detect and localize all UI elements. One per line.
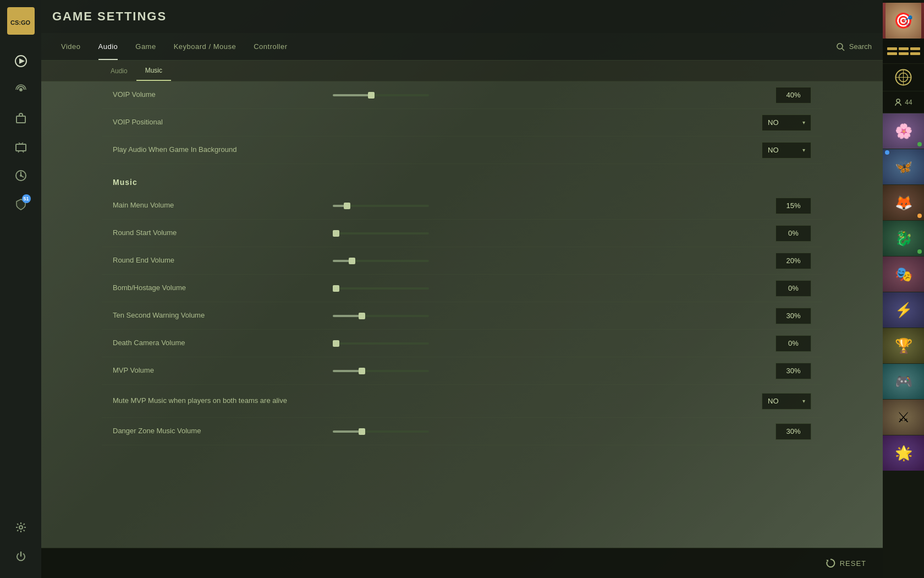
csgo-logo: CS:GO (7, 7, 35, 35)
danger-zone-music-volume-thumb[interactable] (359, 428, 365, 435)
mvp-volume-fill (333, 370, 362, 372)
main-menu-volume-slider-container[interactable] (322, 205, 770, 207)
voip-volume-label: VOIP Volume (113, 90, 322, 100)
friend-avatar-2[interactable]: 🦋 (883, 149, 924, 184)
sub-tab-music[interactable]: Music (136, 61, 171, 81)
play-audio-background-dropdown[interactable]: NO ▾ (762, 142, 811, 159)
play-audio-background-row: Play Audio When Game In Background NO ▾ (102, 137, 822, 164)
round-end-volume-row: Round End Volume 20% (102, 247, 822, 275)
tv-icon[interactable] (10, 136, 32, 158)
friend-avatar-4[interactable]: 🐉 (883, 220, 924, 256)
bottom-bar: RESET (41, 548, 883, 578)
voip-volume-track (333, 94, 429, 96)
round-start-volume-thumb[interactable] (333, 230, 339, 237)
main-area: GAME SETTINGS Video Audio Game Keyboard … (41, 0, 883, 578)
voip-volume-row: VOIP Volume 40% (102, 81, 822, 109)
tab-game[interactable]: Game (127, 33, 164, 60)
friend-count-label: 44 (905, 99, 912, 106)
music-section-header: Music (102, 164, 822, 192)
main-menu-volume-value: 15% (776, 198, 811, 214)
round-start-volume-value: 0% (776, 225, 811, 242)
tab-keyboard-mouse[interactable]: Keyboard / Mouse (165, 33, 245, 60)
friend-avatar-9[interactable]: ⚔ (883, 399, 924, 435)
main-menu-volume-label: Main Menu Volume (113, 201, 322, 210)
main-menu-volume-thumb[interactable] (344, 203, 350, 209)
voip-volume-thumb[interactable] (368, 92, 375, 99)
friend-avatar-5[interactable]: 🎭 (883, 256, 924, 292)
svg-rect-6 (16, 144, 26, 151)
friend-avatar-7[interactable]: 🏆 (883, 328, 924, 363)
search-tab[interactable]: Search (836, 42, 872, 51)
svg-line-15 (842, 48, 844, 51)
mvp-volume-track (333, 370, 429, 372)
header: GAME SETTINGS (41, 0, 883, 33)
voip-volume-slider-container[interactable] (322, 94, 770, 96)
svg-point-12 (20, 175, 22, 177)
inventory-icon[interactable] (10, 107, 32, 129)
friend-avatar-6[interactable]: ⚡ (883, 292, 924, 328)
mute-mvp-music-dropdown[interactable]: NO ▾ (762, 393, 811, 410)
round-end-volume-thumb[interactable] (349, 258, 355, 264)
death-camera-volume-value: 0% (776, 335, 811, 352)
death-camera-volume-thumb[interactable] (333, 340, 339, 347)
main-menu-volume-track (333, 205, 429, 207)
tab-bar: Video Audio Game Keyboard / Mouse Contro… (41, 33, 883, 61)
tab-audio[interactable]: Audio (90, 33, 127, 60)
round-start-volume-row: Round Start Volume 0% (102, 220, 822, 247)
search-icon (836, 42, 845, 51)
mute-mvp-music-value: NO (768, 397, 779, 405)
svg-point-13 (19, 526, 23, 529)
mvp-volume-label: MVP Volume (113, 366, 322, 375)
reset-button[interactable]: RESET (826, 558, 866, 568)
tab-video[interactable]: Video (52, 33, 90, 60)
power-icon[interactable] (10, 545, 32, 567)
svg-rect-5 (16, 116, 25, 123)
danger-zone-music-volume-row: Danger Zone Music Volume 30% (102, 418, 822, 445)
left-sidebar: CS:GO (0, 0, 41, 578)
voip-volume-fill (333, 94, 371, 96)
round-end-volume-slider-container[interactable] (322, 260, 770, 262)
shield-button[interactable]: 51 (10, 193, 32, 215)
voip-positional-dropdown[interactable]: NO ▾ (762, 114, 811, 131)
shield-badge: 51 (22, 194, 31, 203)
round-start-volume-label: Round Start Volume (113, 228, 322, 238)
settings-content: VOIP Volume 40% VOIP Positional NO ▾ Pla… (41, 81, 883, 548)
ten-second-warning-volume-thumb[interactable] (359, 313, 365, 319)
play-button[interactable] (10, 50, 32, 72)
svg-point-4 (19, 88, 23, 91)
bomb-hostage-volume-thumb[interactable] (333, 285, 339, 292)
mvp-volume-thumb[interactable] (359, 368, 365, 374)
danger-zone-music-volume-slider-container[interactable] (322, 430, 770, 433)
bomb-hostage-volume-slider-container[interactable] (322, 287, 770, 290)
right-sidebar: 🎯 44 (883, 0, 924, 578)
reset-icon (826, 558, 835, 568)
reset-label: RESET (840, 559, 866, 568)
ten-second-warning-volume-slider-container[interactable] (322, 315, 770, 317)
friend-avatar-8[interactable]: 🎮 (883, 363, 924, 399)
stats-icon[interactable] (10, 165, 32, 187)
ten-second-warning-volume-row: Ten Second Warning Volume 30% (102, 302, 822, 330)
round-end-volume-track (333, 260, 429, 262)
broadcast-icon[interactable] (10, 79, 32, 101)
friend-avatar-3[interactable]: 🦊 (883, 184, 924, 220)
round-start-volume-slider-container[interactable] (322, 232, 770, 235)
tab-controller[interactable]: Controller (245, 33, 296, 60)
friend-avatar-1[interactable]: 🌸 (883, 113, 924, 149)
death-camera-volume-slider-container[interactable] (322, 342, 770, 345)
settings-icon[interactable] (10, 516, 32, 538)
play-audio-background-label: Play Audio When Game In Background (113, 145, 322, 155)
danger-zone-music-volume-value: 30% (776, 423, 811, 440)
bomb-hostage-volume-row: Bomb/Hostage Volume 0% (102, 275, 822, 302)
svg-marker-3 (19, 58, 25, 64)
mvp-volume-row: MVP Volume 30% (102, 357, 822, 385)
player-avatar[interactable]: 🎯 (883, 3, 924, 39)
sub-tab-audio[interactable]: Audio (102, 61, 136, 81)
person-icon (894, 99, 902, 106)
friend-avatar-10[interactable]: 🌟 (883, 435, 924, 471)
mvp-volume-slider-container[interactable] (322, 370, 770, 372)
ten-second-warning-volume-value: 30% (776, 308, 811, 324)
svg-point-21 (897, 99, 900, 102)
chevron-down-icon: ▾ (802, 398, 805, 404)
online-indicator-4 (917, 249, 922, 254)
friend-count-area: 44 (883, 91, 924, 113)
